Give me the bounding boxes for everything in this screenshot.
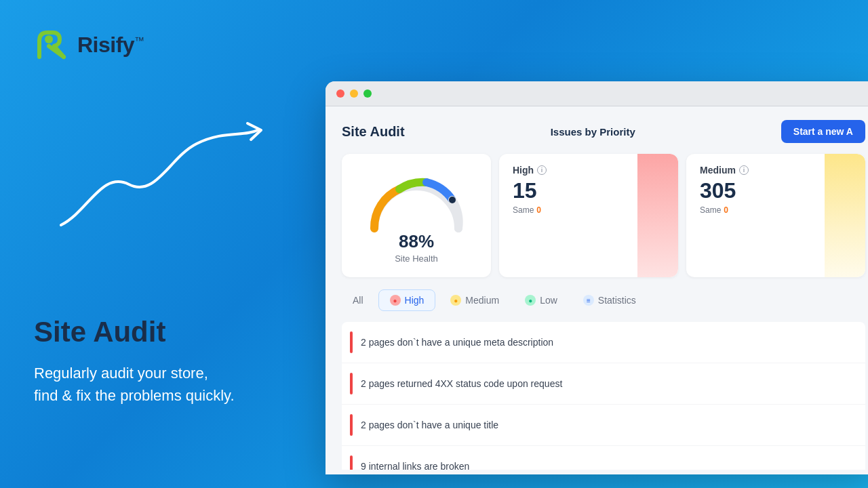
filter-tabs: All ● High ● Medium ● Low ≡ Statistics [342,289,865,311]
left-title: Site Audit [34,316,319,348]
issue-indicator [350,455,353,470]
risify-logo-icon [34,27,69,62]
issue-item[interactable]: 2 pages don`t have a unique meta descrip… [342,322,865,363]
issue-item[interactable]: 9 internal links are broken [342,446,865,470]
issues-priority-label: Issues by Priority [551,126,635,138]
stats-row: 88% Site Health High i 15 Same 0 [342,154,865,277]
left-subtitle: Regularly audit your store, find & fix t… [34,362,319,407]
logo-area: Risify™ [34,27,319,62]
issue-indicator [350,331,353,353]
priority-label-high: High [513,165,534,176]
browser-chrome [326,81,868,106]
tab-high[interactable]: ● High [378,289,436,311]
priority-bar-high [637,154,678,277]
browser-dot-red [336,89,344,98]
issue-text: 9 internal links are broken [361,461,469,470]
issue-item[interactable]: 2 pages don`t have a unique title [342,405,865,446]
svg-point-2 [449,197,456,203]
issue-text: 2 pages don`t have a unique title [361,420,498,430]
tab-stats-icon: ≡ [583,295,594,306]
priority-card-high: High i 15 Same 0 [499,154,678,277]
priority-info-icon-high: i [537,165,547,175]
priority-bar-medium [825,154,865,277]
issue-text: 2 pages returned 4XX status code upon re… [361,378,562,389]
svg-point-1 [45,35,53,43]
site-health-gauge [362,167,471,235]
priority-card-medium: Medium i 305 Same 0 [686,154,865,277]
tab-low-icon: ● [525,295,536,306]
tab-statistics[interactable]: ≡ Statistics [572,290,647,310]
priority-label-medium: Medium [700,165,736,176]
issue-list: 2 pages don`t have a unique meta descrip… [342,322,865,470]
priority-info-icon-medium: i [739,165,749,175]
gauge-label: Site Health [395,253,438,264]
gauge-percent: 88% [399,231,434,252]
gauge-card: 88% Site Health [342,154,491,277]
browser-window: Site Audit Issues by Priority Start a ne… [326,81,868,474]
browser-content: Site Audit Issues by Priority Start a ne… [326,106,868,470]
issue-text: 2 pages don`t have a unique meta descrip… [361,337,553,348]
audit-header: Site Audit Issues by Priority Start a ne… [342,120,865,143]
tab-medium[interactable]: ● Medium [439,290,510,310]
left-content: Site Audit Regularly audit your store, f… [34,316,319,461]
audit-page-title: Site Audit [342,124,405,140]
issue-item[interactable]: 2 pages returned 4XX status code upon re… [342,363,865,405]
browser-dot-green [363,89,372,98]
left-panel: Risify™ Site Audit Regularly audit your … [0,0,353,488]
tab-all[interactable]: All [342,290,374,310]
wave-arrow-decoration [47,117,264,252]
brand-name: Risify™ [77,33,144,58]
tab-medium-icon: ● [450,295,461,306]
tab-high-icon: ● [390,295,401,306]
issue-indicator [350,414,353,436]
issue-indicator [350,373,353,394]
tab-low[interactable]: ● Low [514,290,568,310]
browser-dot-yellow [350,89,358,98]
start-new-button[interactable]: Start a new A [781,120,865,143]
